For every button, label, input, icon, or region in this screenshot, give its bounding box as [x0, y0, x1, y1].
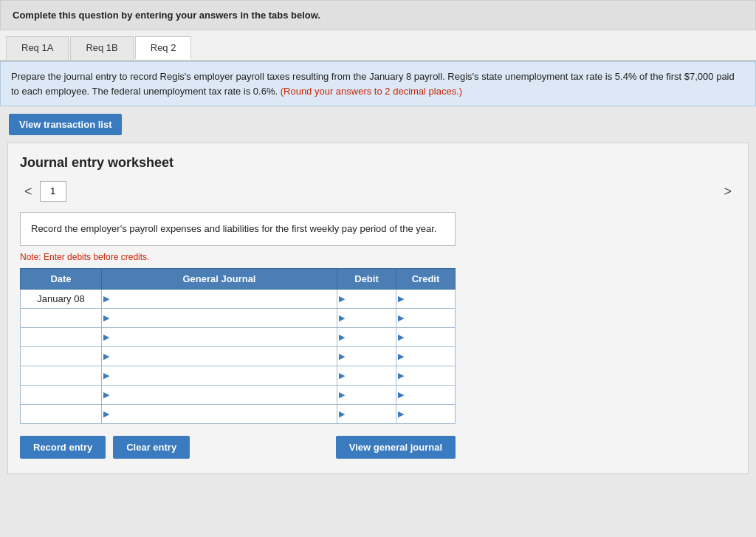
date-cell	[21, 404, 102, 423]
input-caret: ▶	[339, 352, 345, 361]
input-caret: ▶	[398, 313, 404, 323]
gj-input[interactable]	[105, 405, 334, 423]
tab-req2[interactable]: Req 2	[135, 36, 192, 60]
table-row: ▶▶▶	[21, 346, 456, 366]
date-cell: January 08	[21, 289, 102, 308]
tab-req1a[interactable]: Req 1A	[6, 36, 69, 60]
gj-cell[interactable]: ▶	[102, 404, 337, 423]
input-caret: ▶	[398, 390, 404, 400]
credit-input[interactable]	[399, 328, 452, 346]
page-number: 1	[40, 181, 66, 202]
table-row: ▶▶▶	[21, 327, 456, 346]
input-caret: ▶	[103, 409, 109, 419]
debit-cell[interactable]: ▶	[337, 404, 396, 423]
next-arrow[interactable]: >	[719, 182, 736, 201]
debit-input[interactable]	[340, 405, 393, 423]
gj-cell[interactable]: ▶	[102, 327, 337, 346]
instruction-bar: Complete this question by entering your …	[0, 0, 756, 30]
worksheet-instruction: Record the employer's payroll expenses a…	[20, 212, 456, 246]
credit-input[interactable]	[399, 290, 452, 308]
input-caret: ▶	[398, 409, 404, 419]
gj-cell[interactable]: ▶	[102, 385, 337, 404]
table-row: ▶▶▶	[21, 366, 456, 385]
debit-input[interactable]	[340, 290, 393, 308]
date-cell	[21, 327, 102, 346]
input-caret: ▶	[398, 332, 404, 342]
description-highlight: (Round your answers to 2 decimal places.…	[281, 86, 462, 97]
debit-cell[interactable]: ▶	[337, 308, 396, 327]
credit-input[interactable]	[399, 347, 452, 366]
debit-input[interactable]	[340, 366, 393, 385]
note-text: Note: Enter debits before credits.	[20, 252, 736, 262]
table-row: ▶▶▶	[21, 404, 456, 423]
clear-entry-button[interactable]: Clear entry	[113, 436, 190, 459]
input-caret: ▶	[398, 352, 404, 361]
input-caret: ▶	[103, 390, 109, 400]
debit-cell[interactable]: ▶	[337, 346, 396, 366]
credit-input[interactable]	[399, 405, 452, 423]
debit-input[interactable]	[340, 386, 393, 404]
input-caret: ▶	[339, 390, 345, 400]
credit-cell[interactable]: ▶	[396, 327, 456, 346]
date-cell	[21, 346, 102, 366]
debit-input[interactable]	[340, 328, 393, 346]
gj-input[interactable]	[105, 328, 334, 346]
debit-cell[interactable]: ▶	[337, 327, 396, 346]
date-cell	[21, 366, 102, 385]
table-row: ▶▶▶	[21, 385, 456, 404]
gj-cell[interactable]: ▶	[102, 289, 337, 308]
header-gj: General Journal	[102, 268, 337, 289]
input-caret: ▶	[103, 332, 109, 342]
credit-input[interactable]	[399, 386, 452, 404]
credit-input[interactable]	[399, 366, 452, 385]
description-box: Prepare the journal entry to record Regi…	[0, 61, 756, 106]
gj-cell[interactable]: ▶	[102, 346, 337, 366]
gj-input[interactable]	[105, 309, 334, 327]
gj-input[interactable]	[105, 347, 334, 366]
credit-input[interactable]	[399, 309, 452, 327]
credit-cell[interactable]: ▶	[396, 346, 456, 366]
header-date: Date	[21, 268, 102, 289]
input-caret: ▶	[103, 352, 109, 361]
worksheet-title: Journal entry worksheet	[20, 155, 736, 171]
input-caret: ▶	[339, 409, 345, 419]
debit-cell[interactable]: ▶	[337, 289, 396, 308]
gj-cell[interactable]: ▶	[102, 366, 337, 385]
input-caret: ▶	[103, 313, 109, 323]
credit-cell[interactable]: ▶	[396, 385, 456, 404]
journal-table: Date General Journal Debit Credit Januar…	[20, 268, 456, 424]
input-caret: ▶	[339, 313, 345, 323]
input-caret: ▶	[398, 294, 404, 304]
nav-row: < 1 >	[20, 181, 736, 202]
credit-cell[interactable]: ▶	[396, 308, 456, 327]
table-row: ▶▶▶	[21, 308, 456, 327]
credit-cell[interactable]: ▶	[396, 404, 456, 423]
input-caret: ▶	[398, 371, 404, 380]
tab-req1b[interactable]: Req 1B	[70, 36, 133, 60]
credit-cell[interactable]: ▶	[396, 366, 456, 385]
debit-input[interactable]	[340, 309, 393, 327]
worksheet-container: Journal entry worksheet < 1 > Record the…	[7, 143, 749, 474]
view-general-journal-button[interactable]: View general journal	[336, 436, 456, 459]
date-cell	[21, 385, 102, 404]
date-cell	[21, 308, 102, 327]
debit-cell[interactable]: ▶	[337, 385, 396, 404]
gj-input[interactable]	[105, 290, 334, 308]
record-entry-button[interactable]: Record entry	[20, 436, 106, 459]
input-caret: ▶	[339, 371, 345, 380]
table-row: January 08▶▶▶	[21, 289, 456, 308]
header-debit: Debit	[337, 268, 396, 289]
input-caret: ▶	[103, 371, 109, 380]
gj-input[interactable]	[105, 366, 334, 385]
view-transaction-button[interactable]: View transaction list	[9, 114, 122, 135]
gj-cell[interactable]: ▶	[102, 308, 337, 327]
input-caret: ▶	[339, 332, 345, 342]
credit-cell[interactable]: ▶	[396, 289, 456, 308]
prev-arrow[interactable]: <	[20, 182, 37, 201]
input-caret: ▶	[339, 294, 345, 304]
tabs-bar: Req 1A Req 1B Req 2	[0, 30, 756, 61]
debit-input[interactable]	[340, 347, 393, 366]
buttons-row: Record entry Clear entry View general jo…	[20, 436, 456, 459]
debit-cell[interactable]: ▶	[337, 366, 396, 385]
gj-input[interactable]	[105, 386, 334, 404]
